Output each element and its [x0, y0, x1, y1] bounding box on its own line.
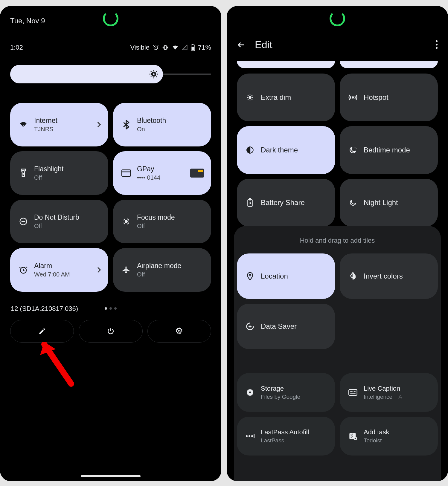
- tile-label: Do Not Disturb: [34, 213, 101, 221]
- tile-invert-colors[interactable]: Invert colors: [340, 253, 438, 299]
- focus-icon: [120, 217, 132, 226]
- screenshot-edit-tiles: Edit Extra dim Hotspot Dark theme Bedtim…: [227, 6, 448, 481]
- panel-hint: Hold and drag to add tiles: [237, 237, 438, 244]
- edit-button[interactable]: [10, 320, 74, 343]
- nav-handle[interactable]: [81, 475, 141, 477]
- tile-label: GPay: [137, 165, 185, 173]
- tile-internet[interactable]: InternetTJNRS: [10, 103, 108, 146]
- tile-gpay[interactable]: GPay•••• 0144: [113, 151, 211, 195]
- tile-sub: Off: [34, 174, 101, 181]
- tile-sub: Wed 7:00 AM: [34, 271, 92, 278]
- battery-icon: [191, 44, 195, 51]
- tile-sub: LastPass: [261, 437, 328, 444]
- bedtime-icon: [347, 146, 359, 155]
- dnd-icon: [17, 217, 29, 226]
- tile-dnd[interactable]: Do Not DisturbOff: [10, 200, 108, 243]
- chevron-right-icon[interactable]: [97, 121, 101, 128]
- tile-label: Invert colors: [364, 272, 431, 280]
- wifi-icon: [172, 45, 179, 51]
- data-saver-icon: [244, 322, 256, 331]
- todoist-icon: [347, 432, 359, 440]
- tile-label: Night Light: [364, 198, 431, 207]
- svg-point-22: [249, 274, 251, 276]
- brightness-icon: [149, 69, 159, 79]
- brightness-slider[interactable]: [10, 65, 211, 84]
- tile-location[interactable]: Location: [237, 253, 335, 299]
- tile-battery-share[interactable]: Battery Share: [237, 179, 335, 227]
- tile-add-task[interactable]: Add taskTodoist: [340, 417, 438, 456]
- tile-extra-dim[interactable]: Extra dim: [237, 74, 335, 121]
- bluetooth-icon: [120, 120, 132, 129]
- tile-label: Location: [261, 272, 328, 280]
- settings-button[interactable]: [147, 320, 211, 343]
- screenshot-quick-settings: Tue, Nov 9 1:02 Visible 71% InternetTJNR…: [0, 6, 221, 481]
- page-indicator: [105, 307, 117, 310]
- signal-icon: [182, 45, 188, 51]
- power-button[interactable]: [79, 320, 142, 343]
- tile-label: Internet: [34, 117, 92, 125]
- tile-storage[interactable]: StorageFiles by Google: [237, 373, 335, 412]
- build-number: 12 (SD1A.210817.036): [11, 305, 78, 313]
- tile-bluetooth[interactable]: BluetoothOn: [113, 103, 211, 146]
- svg-point-13: [178, 330, 180, 332]
- moon-icon: [347, 198, 359, 207]
- back-button[interactable]: [237, 40, 246, 49]
- tile-night-light[interactable]: Night Light: [340, 179, 438, 227]
- svg-point-16: [436, 47, 438, 49]
- battery-share-icon: [244, 198, 256, 207]
- tile-sub: Todoist: [364, 437, 431, 444]
- annotation-arrow: [39, 342, 75, 390]
- tile-sub: Off: [137, 223, 204, 230]
- svg-point-11: [125, 220, 127, 223]
- available-tiles-panel: Hold and drag to add tiles Location Inve…: [234, 226, 441, 481]
- tile-label: Bluetooth: [137, 117, 204, 125]
- tile-label: Hotspot: [364, 93, 431, 102]
- svg-point-15: [436, 44, 438, 45]
- tile-bedtime[interactable]: Bedtime mode: [340, 126, 438, 174]
- extra-dim-icon: [244, 93, 256, 102]
- tile-airplane[interactable]: Airplane modeOff: [113, 248, 211, 292]
- tile-label: Data Saver: [261, 322, 328, 331]
- loading-spinner-icon: [330, 11, 345, 26]
- svg-point-17: [249, 96, 251, 99]
- tile-label: Battery Share: [261, 198, 328, 207]
- tile-flashlight[interactable]: FlashlightOff: [10, 151, 108, 195]
- svg-rect-4: [191, 47, 194, 51]
- tile-data-saver[interactable]: Data Saver: [237, 304, 335, 349]
- status-time: 1:02: [10, 44, 23, 51]
- tile-lastpass[interactable]: LastPass AutofillLastPass: [237, 417, 335, 456]
- gear-icon: [175, 327, 183, 335]
- pencil-icon: [38, 327, 46, 335]
- svg-rect-25: [349, 389, 357, 395]
- more-button[interactable]: [435, 40, 438, 49]
- qs-tiles-grid: InternetTJNRS BluetoothOn FlashlightOff …: [10, 103, 211, 292]
- tile-focus[interactable]: Focus modeOff: [113, 200, 211, 243]
- svg-point-14: [436, 40, 438, 42]
- flashlight-icon: [17, 168, 29, 178]
- tile-dark-theme[interactable]: Dark theme: [237, 126, 335, 174]
- tile-sub: •••• 0144: [137, 174, 185, 181]
- svg-point-6: [152, 73, 155, 76]
- chevron-right-icon[interactable]: [97, 267, 101, 273]
- alarm-icon: [153, 44, 159, 51]
- svg-point-7: [23, 125, 24, 126]
- tile-label: Storage: [261, 385, 328, 392]
- card-icon: [120, 169, 132, 177]
- tile-sub: On: [137, 126, 204, 133]
- alarm-icon: [17, 265, 29, 274]
- tile-label: Live Caption: [364, 385, 431, 392]
- power-icon: [107, 327, 115, 335]
- active-tiles-grid: Extra dim Hotspot Dark theme Bedtime mod…: [237, 74, 438, 227]
- partial-tiles-row: [237, 61, 438, 68]
- svg-point-26: [246, 435, 248, 437]
- tile-hotspot[interactable]: Hotspot: [340, 74, 438, 121]
- caption-icon: [347, 389, 359, 396]
- tile-alarm[interactable]: AlarmWed 7:00 AM: [10, 248, 108, 292]
- battery-percent: 71%: [198, 44, 211, 51]
- tile-label: LastPass Autofill: [261, 428, 328, 436]
- tile-sub: Off: [34, 223, 101, 230]
- tile-label: Dark theme: [261, 146, 328, 154]
- tile-sub: TJNRS: [34, 126, 92, 133]
- tile-live-caption[interactable]: Live CaptionIntelligence A: [340, 373, 438, 412]
- tile-label: Add task: [364, 428, 431, 436]
